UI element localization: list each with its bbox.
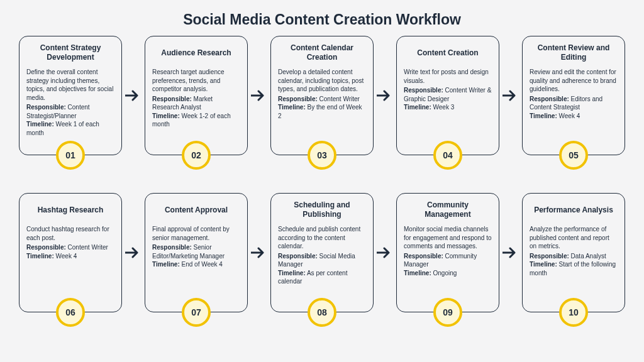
step-responsible: Responsible: Market Research Analyst	[152, 95, 240, 112]
arrow-icon	[501, 36, 521, 155]
step-card-05: Content Review and Editing Review and ed…	[522, 36, 625, 155]
step-body: Schedule and publish content according t…	[278, 225, 366, 286]
step-responsible: Responsible: Content Writer	[278, 95, 366, 104]
step-responsible: Responsible: Data Analyst	[530, 252, 618, 261]
step-body: Write text for posts and design visuals.…	[404, 68, 492, 112]
step-card-08: Scheduling and Publishing Schedule and p…	[270, 193, 374, 312]
step-desc: Schedule and publish content according t…	[278, 225, 366, 251]
step-desc: Final approval of content by senior mana…	[152, 225, 240, 242]
step-body: Develop a detailed content calendar, inc…	[278, 68, 366, 120]
step-number-badge: 06	[56, 298, 85, 327]
step-card-04: Content Creation Write text for posts an…	[396, 36, 499, 155]
step-body: Final approval of content by senior mana…	[152, 225, 240, 269]
step-card-06: Hashtag Research Conduct hashtag researc…	[19, 193, 122, 312]
step-responsible: Responsible: Senior Editor/Marketing Man…	[152, 243, 240, 260]
step-timeline: Timeline: Week 3	[404, 103, 492, 112]
step-responsible: Responsible: Content Writer & Graphic De…	[404, 86, 492, 103]
step-body: Review and edit the content for quality …	[530, 68, 618, 120]
step-title: Content Creation	[404, 43, 492, 63]
step-title: Content Calendar Creation	[278, 43, 366, 63]
step-desc: Review and edit the content for quality …	[530, 68, 618, 94]
step-title: Audience Research	[152, 43, 240, 63]
step-body: Analyze the performance of published con…	[530, 225, 618, 277]
step-timeline: Timeline: By the end of Week 2	[278, 103, 366, 120]
step-title: Scheduling and Publishing	[278, 200, 366, 220]
step-title: Content Strategy Development	[26, 43, 114, 63]
step-number-badge: 02	[182, 141, 211, 170]
step-title: Content Review and Editing	[530, 43, 618, 63]
step-title: Community Management	[404, 200, 492, 220]
step-body: Define the overall content strategy incl…	[26, 68, 114, 137]
page-title: Social Media Content Creation Workflow	[0, 0, 644, 32]
arrow-icon	[123, 193, 143, 312]
step-card-03: Content Calendar Creation Develop a deta…	[270, 36, 374, 155]
step-number-badge: 07	[182, 298, 211, 327]
step-number-badge: 01	[56, 141, 85, 170]
step-card-07: Content Approval Final approval of conte…	[145, 193, 248, 312]
workflow-row-1: Content Strategy Development Define the …	[19, 36, 625, 155]
arrow-icon	[375, 36, 395, 155]
workflow-row-2: Hashtag Research Conduct hashtag researc…	[19, 193, 625, 312]
step-timeline: Timeline: Week 4	[530, 112, 618, 121]
arrow-icon	[501, 193, 521, 312]
step-timeline: Timeline: Week 4	[26, 252, 114, 261]
step-number-badge: 08	[308, 298, 336, 327]
step-responsible: Responsible: Content Writer	[26, 243, 114, 252]
workflow-grid: Content Strategy Development Define the …	[0, 36, 644, 312]
step-desc: Define the overall content strategy incl…	[26, 68, 114, 102]
step-body: Conduct hashtag research for each post. …	[26, 225, 114, 260]
step-number-badge: 03	[308, 141, 336, 170]
step-number-badge: 10	[559, 298, 588, 327]
step-responsible: Responsible: Social Media Manager	[278, 252, 366, 269]
step-desc: Monitor social media channels for engage…	[404, 225, 492, 251]
step-desc: Analyze the performance of published con…	[530, 225, 618, 251]
step-card-02: Audience Research Research target audien…	[145, 36, 248, 155]
step-responsible: Responsible: Editors and Content Strateg…	[530, 95, 618, 112]
arrow-icon	[375, 193, 395, 312]
step-timeline: Timeline: Week 1 of each month	[26, 120, 114, 137]
step-title: Hashtag Research	[26, 200, 114, 220]
step-card-09: Community Management Monitor social medi…	[396, 193, 499, 312]
step-desc: Research target audience preferences, tr…	[152, 68, 240, 94]
step-card-10: Performance Analysis Analyze the perform…	[522, 193, 625, 312]
step-desc: Conduct hashtag research for each post.	[26, 225, 114, 242]
arrow-icon	[249, 193, 269, 312]
step-desc: Write text for posts and design visuals.	[404, 68, 492, 85]
step-number-badge: 04	[433, 141, 462, 170]
step-number-badge: 05	[559, 141, 588, 170]
step-responsible: Responsible: Community Manager	[404, 252, 492, 269]
arrow-icon	[249, 36, 269, 155]
step-responsible: Responsible: Content Strategist/Planner	[26, 103, 114, 120]
step-desc: Develop a detailed content calendar, inc…	[278, 68, 366, 94]
step-body: Monitor social media channels for engage…	[404, 225, 492, 277]
step-timeline: Timeline: Start of the following month	[530, 260, 618, 277]
step-card-01: Content Strategy Development Define the …	[19, 36, 122, 155]
arrow-icon	[123, 36, 143, 155]
step-title: Content Approval	[152, 200, 240, 220]
step-title: Performance Analysis	[530, 200, 618, 220]
step-number-badge: 09	[433, 298, 462, 327]
step-timeline: Timeline: End of Week 4	[152, 260, 240, 269]
step-timeline: Timeline: Week 1-2 of each month	[152, 112, 240, 129]
step-body: Research target audience preferences, tr…	[152, 68, 240, 129]
step-timeline: Timeline: Ongoing	[404, 269, 492, 278]
step-timeline: Timeline: As per content calendar	[278, 269, 366, 286]
